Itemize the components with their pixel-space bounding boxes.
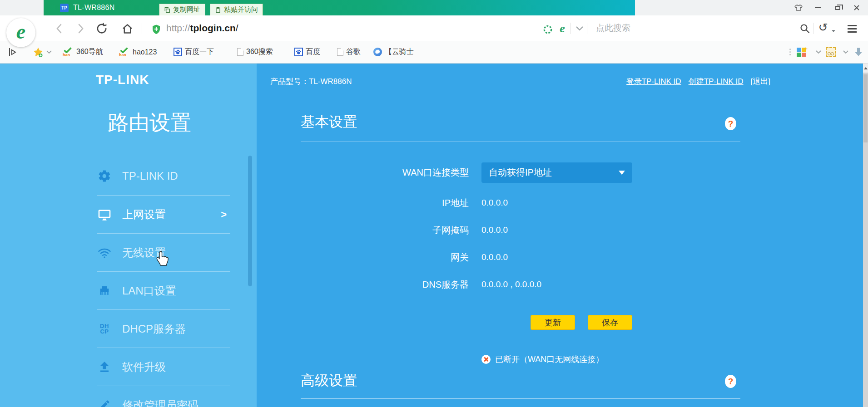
scroll-up-button[interactable] <box>863 64 868 73</box>
bookmark-google[interactable]: 谷歌 <box>337 41 361 63</box>
sidebar-item-label: 无线设置 <box>122 245 166 260</box>
copy-url-button[interactable]: 复制网址 <box>159 4 205 16</box>
undo-dropdown-button[interactable] <box>830 25 837 37</box>
star-icon <box>33 47 44 58</box>
undo-history-button[interactable]: ↺ <box>817 21 829 34</box>
bookmark-yunqishi[interactable]: 【云骑士 <box>373 41 414 63</box>
wan-type-select[interactable]: 自动获得IP地址 <box>481 162 632 183</box>
chevron-down-icon <box>843 50 848 54</box>
wan-type-value: 自动获得IP地址 <box>489 167 619 179</box>
update-button[interactable]: 更新 <box>531 315 575 330</box>
forward-icon <box>77 23 84 34</box>
apps-grid-icon: + <box>797 48 806 57</box>
browser-e-icon: e <box>16 21 25 42</box>
shield-plus-icon <box>151 24 162 35</box>
browser-logo[interactable]: e <box>6 18 35 47</box>
paste-go-button[interactable]: 粘贴并访问 <box>210 4 263 16</box>
sidebar-item-firmware-upgrade[interactable]: 软件升级 <box>97 348 230 386</box>
bookmark-360search[interactable]: 360搜索 <box>237 41 273 63</box>
divider <box>587 23 587 34</box>
undo-icon: ↺ <box>818 21 828 34</box>
download-arrow-icon <box>853 47 864 58</box>
save-button[interactable]: 保存 <box>588 315 632 330</box>
sidebar-item-dhcp-server[interactable]: DHCP DHCP服务器 <box>97 309 230 348</box>
sidebar-scrollbar[interactable] <box>248 156 252 286</box>
wan-status-text: 已断开（WAN口无网线连接） <box>495 354 604 365</box>
gateway-label: 网关 <box>257 251 469 264</box>
chevron-down-icon <box>576 26 583 31</box>
more-bookmarks-button[interactable] <box>789 41 791 63</box>
divider <box>813 23 813 34</box>
restore-button[interactable] <box>832 3 843 13</box>
theme-skin-button[interactable] <box>793 3 804 13</box>
basic-help-button[interactable]: ? <box>725 117 736 130</box>
sidebar: TP-LINK 路由设置 TP-LINK ID 上网设置 > 无线设置 <box>0 64 257 407</box>
sidebar-item-lan-settings[interactable]: LAN口设置 <box>97 271 230 309</box>
page-scrollbar[interactable] <box>863 64 868 407</box>
create-tplink-id-link[interactable]: 创建TP-LINK ID <box>689 76 744 87</box>
bookmark-label: 谷歌 <box>346 47 361 57</box>
scrollbar-thumb[interactable] <box>863 74 868 142</box>
refresh-button[interactable] <box>95 22 108 35</box>
downloads-button[interactable] <box>853 41 864 63</box>
favorites-dropdown-button[interactable] <box>46 41 52 63</box>
forward-button[interactable] <box>74 22 87 35</box>
refresh-icon <box>96 23 108 34</box>
section-divider <box>301 142 740 142</box>
url-field[interactable]: http://tplogin.cn/ <box>166 15 238 41</box>
dns-server-label: DNS服务器 <box>257 279 469 291</box>
baidu-paw-icon <box>294 48 303 56</box>
bookmark-360nav[interactable]: hao 360导航 <box>63 41 103 63</box>
login-tplink-id-link[interactable]: 登录TP-LINK ID <box>626 76 681 87</box>
bookmark-baidu[interactable]: 百度 <box>294 41 320 63</box>
address-bar: e http://tplogin.cn/ e 点此搜索 ↺ <box>0 15 868 41</box>
close-icon <box>853 5 860 11</box>
browser-tab[interactable]: TP TL-WR886N <box>44 0 635 15</box>
favorite-star-button[interactable] <box>33 41 44 63</box>
screenshot-button[interactable] <box>826 41 836 63</box>
account-links: 登录TP-LINK ID 创建TP-LINK ID [退出] <box>626 76 770 87</box>
tab-title: TL-WR886N <box>73 4 115 12</box>
close-button[interactable] <box>851 3 862 13</box>
tab-favicon-icon: TP <box>60 4 69 12</box>
sidebar-item-change-admin-password[interactable]: 修改管理员密码 <box>97 386 230 407</box>
logout-link[interactable]: [退出] <box>751 76 770 87</box>
sidebar-item-tplink-id[interactable]: TP-LINK ID <box>97 157 230 195</box>
monitor-icon <box>97 207 112 222</box>
router-admin-page: TP-LINK 路由设置 TP-LINK ID 上网设置 > 无线设置 <box>0 64 868 407</box>
back-button[interactable] <box>53 22 65 35</box>
wan-type-label: WAN口连接类型 <box>257 167 469 179</box>
sidebar-item-wireless-settings[interactable]: 无线设置 <box>97 233 230 271</box>
speed-mode-icon <box>543 25 553 34</box>
sidebar-item-label: DHCP服务器 <box>122 322 186 336</box>
gear-icon <box>97 169 112 183</box>
extensions-dropdown-button[interactable] <box>816 41 821 63</box>
ie-compat-button[interactable]: e <box>556 22 569 35</box>
sidebar-item-internet-settings[interactable]: 上网设置 > <box>97 195 230 233</box>
vertical-dots-icon <box>789 49 791 55</box>
bookmark-label: hao123 <box>133 48 157 56</box>
dns-server-row: DNS服务器 0.0.0.0 , 0.0.0.0 <box>257 278 665 291</box>
advanced-settings-title: 高级设置 <box>301 371 357 390</box>
subnet-mask-value: 0.0.0.0 <box>481 225 508 235</box>
mode-dropdown-button[interactable] <box>573 22 586 35</box>
wan-status: 已断开（WAN口无网线连接） <box>481 354 604 365</box>
bookmark-label: 360导航 <box>76 47 103 57</box>
copy-url-label: 复制网址 <box>173 5 200 14</box>
search-button[interactable] <box>799 22 811 35</box>
sidebar-item-label: 软件升级 <box>122 360 166 374</box>
screenshot-dropdown-button[interactable] <box>843 41 848 63</box>
extensions-button[interactable]: + <box>797 41 806 63</box>
speed-mode-button[interactable] <box>541 23 554 36</box>
search-input[interactable]: 点此搜索 <box>596 15 630 41</box>
upload-icon <box>97 360 112 374</box>
sidebar-item-label: LAN口设置 <box>122 284 176 298</box>
advanced-help-button[interactable]: ? <box>725 375 736 388</box>
minimize-button[interactable] <box>812 3 823 13</box>
home-button[interactable] <box>121 22 134 35</box>
menu-button[interactable] <box>846 22 858 35</box>
bookmark-hao123[interactable]: hao hao123 <box>119 41 157 63</box>
bookmark-baidu-yixia[interactable]: 百度一下 <box>174 41 214 63</box>
pencil-icon <box>97 399 112 407</box>
site-safety-button[interactable] <box>150 23 163 36</box>
